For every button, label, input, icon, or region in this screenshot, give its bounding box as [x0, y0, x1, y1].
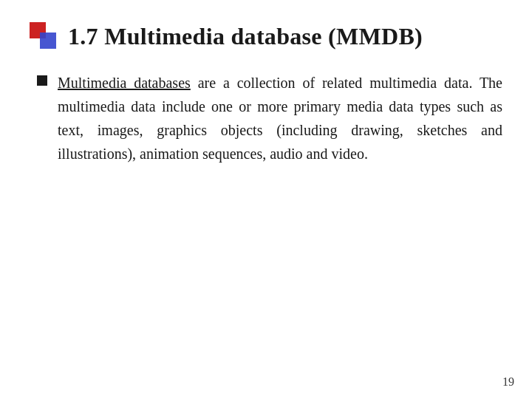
- content-area: Multimedia databases are a collection of…: [30, 71, 502, 166]
- slide-header: 1.7 Multimedia database (MMDB): [30, 15, 502, 50]
- bullet-text: Multimedia databases are a collection of…: [58, 71, 502, 166]
- svg-rect-1: [40, 33, 56, 49]
- logo-icon: [30, 22, 58, 50]
- bullet-marker: [37, 75, 47, 86]
- slide-container: 1.7 Multimedia database (MMDB) Multimedi…: [0, 0, 532, 399]
- slide-title: 1.7 Multimedia database (MMDB): [68, 23, 423, 50]
- page-number: 19: [502, 375, 514, 389]
- bullet-item: Multimedia databases are a collection of…: [37, 71, 502, 166]
- underlined-term: Multimedia databases: [58, 75, 191, 91]
